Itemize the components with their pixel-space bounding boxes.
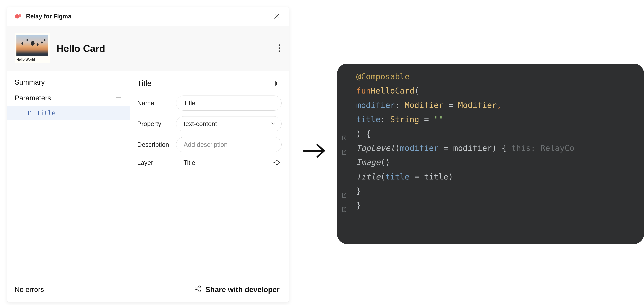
share-with-developer-button[interactable]: Share with developer bbox=[192, 283, 282, 296]
svg-point-7 bbox=[195, 288, 197, 290]
fold-close-icon[interactable] bbox=[341, 188, 347, 194]
code-content: @Composablefun HelloCard( modifier: Modi… bbox=[351, 64, 574, 244]
brand: Relay for Figma bbox=[14, 12, 71, 20]
description-field-label: Description bbox=[137, 141, 171, 148]
name-field-label: Name bbox=[137, 100, 171, 107]
thumbnail-caption: Hello World bbox=[16, 56, 48, 61]
svg-point-2 bbox=[278, 44, 280, 46]
component-header: Hello World Hello Card bbox=[7, 26, 289, 71]
component-thumbnail: Hello World bbox=[14, 33, 50, 63]
add-parameter-button[interactable] bbox=[114, 94, 122, 102]
fold-close-icon[interactable] bbox=[341, 202, 347, 208]
svg-point-4 bbox=[278, 50, 280, 52]
parameter-item-label: Title bbox=[36, 109, 56, 117]
code-preview: @Composablefun HelloCard( modifier: Modi… bbox=[337, 64, 644, 244]
panel-footer: No errors Share with developer bbox=[7, 277, 289, 302]
name-input[interactable] bbox=[176, 95, 282, 111]
svg-point-8 bbox=[198, 290, 200, 292]
svg-point-5 bbox=[275, 161, 279, 165]
sidebar-parameters-label: Parameters bbox=[14, 94, 51, 102]
component-title: Hello Card bbox=[56, 43, 105, 54]
plus-icon bbox=[115, 99, 121, 101]
more-menu-button[interactable] bbox=[277, 42, 282, 54]
sidebar: Summary Parameters T Title bbox=[7, 71, 130, 277]
close-icon bbox=[274, 17, 280, 20]
layer-field-label: Layer bbox=[137, 159, 171, 166]
svg-point-3 bbox=[278, 47, 280, 49]
share-icon bbox=[194, 285, 201, 294]
fold-marker-icon[interactable] bbox=[341, 131, 347, 137]
details-pane: Title Name Property text-conte bbox=[130, 71, 289, 277]
layer-value: Title bbox=[176, 159, 267, 166]
crosshair-icon bbox=[273, 164, 280, 167]
property-field-label: Property bbox=[137, 120, 171, 128]
code-gutter bbox=[337, 64, 351, 244]
property-select-value: text-content bbox=[184, 120, 217, 127]
relay-logo-icon bbox=[14, 12, 22, 20]
trash-icon bbox=[274, 85, 280, 87]
plugin-titlebar: Relay for Figma bbox=[7, 7, 289, 26]
parameter-item[interactable]: T Title bbox=[7, 106, 130, 120]
sidebar-summary[interactable]: Summary bbox=[7, 78, 130, 94]
details-section-title: Title bbox=[137, 79, 152, 88]
svg-point-6 bbox=[198, 286, 200, 288]
delete-parameter-button[interactable] bbox=[273, 78, 282, 88]
close-button[interactable] bbox=[272, 11, 282, 21]
relay-plugin-panel: Relay for Figma bbox=[7, 7, 289, 302]
more-vertical-icon bbox=[278, 50, 280, 53]
status-text: No errors bbox=[14, 286, 44, 294]
arrow-icon bbox=[302, 141, 327, 161]
fold-marker-icon[interactable] bbox=[341, 145, 347, 151]
brand-title: Relay for Figma bbox=[26, 13, 71, 20]
property-select[interactable]: text-content bbox=[176, 116, 282, 131]
text-type-icon: T bbox=[26, 109, 32, 117]
thumbnail-image bbox=[16, 35, 48, 56]
locate-layer-button[interactable] bbox=[272, 158, 282, 168]
description-input[interactable] bbox=[176, 137, 282, 152]
share-button-label: Share with developer bbox=[205, 286, 280, 294]
